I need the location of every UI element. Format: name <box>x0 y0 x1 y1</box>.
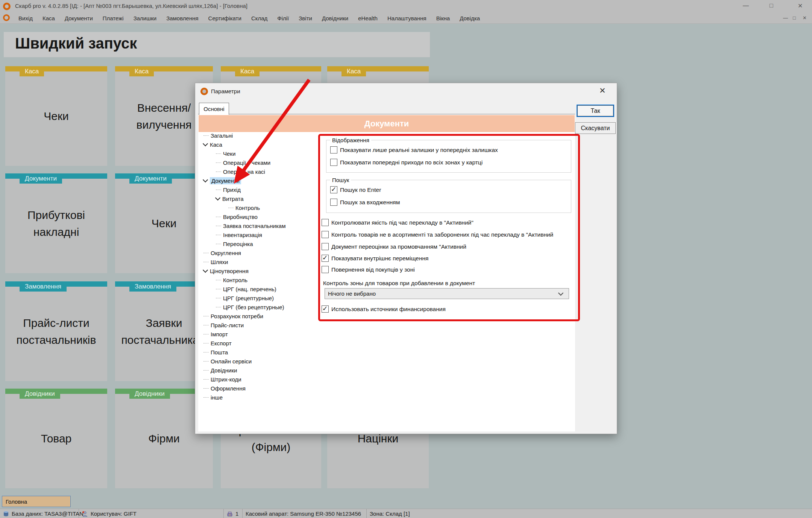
menu-item-замовлення[interactable]: Замовлення <box>161 14 203 23</box>
tree-item-інше[interactable]: інше <box>200 393 223 402</box>
tab-page: Документи ЗагальніКасаЧекиОперації з чек… <box>198 114 575 431</box>
tree-item-црг-рецептурные-[interactable]: ЦРГ (рецептурные) <box>200 293 274 302</box>
menu-item-документи[interactable]: Документи <box>60 14 98 23</box>
tree-item-виробництво[interactable]: Виробництво <box>200 212 258 221</box>
zone-dropdown[interactable]: Нічого не вибрано <box>325 288 569 299</box>
checkbox-контролювати-якість-під-час-[interactable]: Контролювати якість під час перекладу в … <box>322 219 474 226</box>
tree-guide <box>203 316 209 316</box>
tree-item-інвентаризація[interactable]: Інвентаризація <box>200 230 262 239</box>
chevron-down-icon[interactable] <box>203 267 208 273</box>
tree-item-витрата[interactable]: Витрата <box>200 194 244 203</box>
checkbox-пошук-по-enter[interactable]: ✓Пошук по Enter <box>330 186 381 193</box>
tree-item-каса[interactable]: Каса <box>200 140 222 149</box>
checkbox-box[interactable] <box>322 219 329 226</box>
status-text: Касовий апарат: Samsung ER-350 №123456 <box>246 510 361 517</box>
menu-item-сертифікати[interactable]: Сертифікати <box>203 14 246 23</box>
tree-item-округлення[interactable]: Округлення <box>200 248 241 257</box>
menu-item-довідка[interactable]: Довідка <box>455 14 485 23</box>
minimize-button[interactable]: — <box>743 2 749 9</box>
menu-item-довідники[interactable]: Довідники <box>317 14 353 23</box>
tree-item-чеки[interactable]: Чеки <box>200 149 235 158</box>
tree-item-label: ЦРГ (рецептурные) <box>223 295 274 301</box>
tree-item-довідники[interactable]: Довідники <box>200 366 237 375</box>
tree-item-прайс-листи[interactable]: Прайс-листи <box>200 321 244 330</box>
tree-item-шляхи[interactable]: Шляхи <box>200 257 228 266</box>
tree-item-label: Оформлення <box>211 385 246 392</box>
maximize-button[interactable]: □ <box>770 2 773 9</box>
menu-item-вихід[interactable]: Вихід <box>14 14 38 23</box>
dialog-close-icon[interactable]: ✕ <box>599 86 606 95</box>
app-logo-icon <box>3 3 11 10</box>
checkbox-box[interactable] <box>330 159 337 166</box>
tile-чеки[interactable]: КасаЧеки <box>5 66 107 166</box>
database-icon <box>3 511 9 517</box>
checkbox-box[interactable] <box>322 266 329 273</box>
checkbox-box[interactable] <box>322 243 329 250</box>
checkbox-financing[interactable]: ✓ Использовать источники финансирования <box>322 305 446 313</box>
tree-item-црг-нац-перечень-[interactable]: ЦРГ (нац. перечень) <box>200 284 276 293</box>
mdi-restore-button[interactable]: □ <box>793 15 796 21</box>
checkbox-показувати-внутрішнє-переміщ[interactable]: ✓Показувати внутрішнє переміщення <box>322 255 428 262</box>
checkbox-показувати-попередні-приходи[interactable]: Показувати попередні приходи по всіх зон… <box>330 159 483 166</box>
tab-holovna[interactable]: Головна <box>2 496 71 507</box>
cancel-button[interactable]: Скасувати <box>575 122 616 134</box>
tree-item-label: ЦРГ (без рецептурные) <box>223 304 284 310</box>
tree-item-розрахунок-потреби[interactable]: Розрахунок потреби <box>200 311 263 321</box>
tree-item-операції-з-чеками[interactable]: Операції з чеками <box>200 158 270 167</box>
tile-товар[interactable]: ДовідникиТовар <box>5 389 107 488</box>
chevron-down-icon[interactable] <box>215 195 220 201</box>
tree-item-експорт[interactable]: Експорт <box>200 339 232 348</box>
checkbox-контроль-товарів-не-в-асорти[interactable]: Контроль товарів не в асортименті та заб… <box>322 231 553 238</box>
checkbox-label: Повернення від покупців у зоні <box>331 266 415 273</box>
tree-item-імпорт[interactable]: Імпорт <box>200 330 228 339</box>
menu-item-склад[interactable]: Склад <box>246 14 272 23</box>
tree-item-переоцінка[interactable]: Переоцінка <box>200 239 253 248</box>
tree-item-оформлення[interactable]: Оформлення <box>200 384 246 393</box>
tree-item-операції-на-касі[interactable]: Операції на касі <box>200 167 265 176</box>
menu-item-платежі[interactable]: Платежі <box>98 14 129 23</box>
menu-item-налаштування[interactable]: Налаштування <box>382 14 431 23</box>
chevron-down-icon[interactable] <box>203 177 208 182</box>
tree-item-заявка-постачальникам[interactable]: Заявка постачальникам <box>200 221 286 230</box>
menu-item-звіти[interactable]: Звіти <box>294 14 317 23</box>
checkbox-box[interactable]: ✓ <box>322 255 329 262</box>
tree-item-црг-без-рецептурные-[interactable]: ЦРГ (без рецептурные) <box>200 302 284 311</box>
tile-прибуткові-накладні[interactable]: ДокументиПрибуткові накладні <box>5 173 107 273</box>
tree-item-загальні[interactable]: Загальні <box>200 131 233 140</box>
checkbox-пошук-за-входженням[interactable]: Пошук за входженням <box>330 199 400 206</box>
tree-item-контроль[interactable]: Контроль <box>200 203 260 212</box>
close-button[interactable]: ✕ <box>798 2 803 9</box>
ok-button[interactable]: Так <box>577 105 614 117</box>
checkbox-box[interactable]: ✓ <box>322 305 329 313</box>
tree-item-ціноутворення[interactable]: Ціноутворення <box>200 266 249 275</box>
tree-guide <box>216 244 221 244</box>
menu-item-вікна[interactable]: Вікна <box>431 14 455 23</box>
tree-item-онлайн-сервіси[interactable]: Онлайн сервіси <box>200 357 252 366</box>
checkbox-документ-переоцінки-за-промо[interactable]: Документ переоцінки за промовчанням "Акт… <box>322 243 466 250</box>
tree-item-label: інше <box>211 394 223 401</box>
checkbox-повернення-від-покупців-у-зо[interactable]: Повернення від покупців у зоні <box>322 266 415 273</box>
checkbox-показувати-лише-реальні-зали[interactable]: Показувати лише реальні залишки у попере… <box>330 146 498 153</box>
tab-osnovni[interactable]: Основні <box>199 103 229 115</box>
checkbox-box[interactable] <box>330 146 337 153</box>
tree-item-штрих-коди[interactable]: Штрих-коди <box>200 375 241 384</box>
tile-label: Прайс-листи постачальників <box>9 281 103 381</box>
menu-item-залишки[interactable]: Залишки <box>129 14 162 23</box>
checkbox-box[interactable]: ✓ <box>330 186 337 193</box>
tree-guide <box>203 397 209 398</box>
tree-item-пошта[interactable]: Пошта <box>200 348 228 357</box>
tree-item-документи[interactable]: Документи <box>200 176 241 185</box>
tile-прайс-листи-постачальників[interactable]: ЗамовленняПрайс-листи постачальників <box>5 281 107 381</box>
checkbox-box[interactable] <box>330 199 337 206</box>
menu-item-філії[interactable]: Філії <box>272 14 294 23</box>
mdi-minimize-button[interactable]: — <box>783 15 788 21</box>
menu-item-каса[interactable]: Каса <box>38 14 60 23</box>
chevron-down-icon[interactable] <box>203 141 208 146</box>
group-title: Відображення <box>330 137 371 143</box>
tree-item-label: Штрих-коди <box>211 376 241 383</box>
menu-item-ehealth[interactable]: eHealth <box>353 14 382 23</box>
tree-item-прихід[interactable]: Прихід <box>200 185 241 194</box>
mdi-close-button[interactable]: ✕ <box>803 15 807 21</box>
tree-item-контроль[interactable]: Контроль <box>200 275 247 284</box>
checkbox-box[interactable] <box>322 231 329 238</box>
